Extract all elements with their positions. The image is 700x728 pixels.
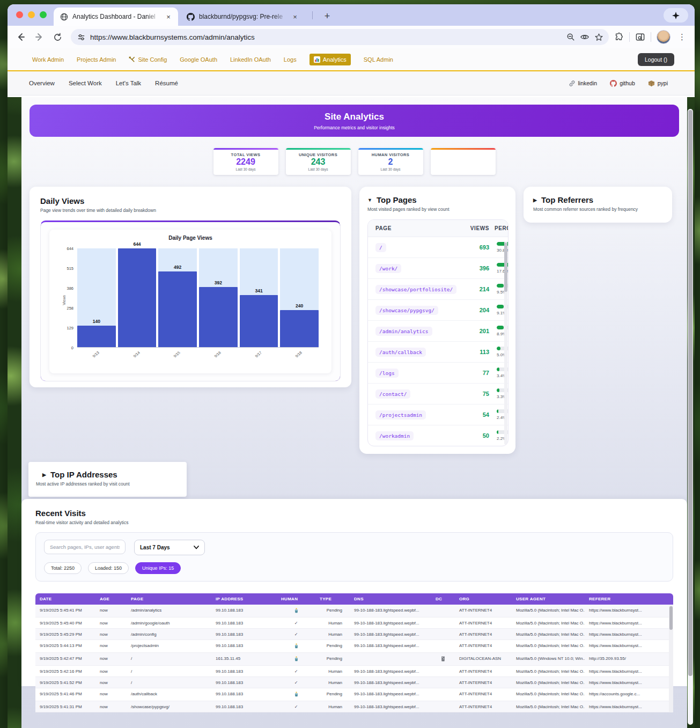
browser-menu-icon[interactable]: ⋮ [676,32,688,42]
visit-user-agent: Mozilla/5.0 (Macintosh; Intel Mac O... [512,629,585,639]
chart-bar[interactable] [280,310,319,347]
admin-nav-item-projects-admin[interactable]: Projects Admin [77,56,116,63]
site-nav-item-r-sum-[interactable]: Résumé [155,80,178,86]
collapse-triangle-icon[interactable]: ▼ [367,197,372,203]
address-bar[interactable]: https://www.blackburnsystems.com/admin/a… [71,29,609,45]
site-nav-item-overview[interactable]: Overview [29,80,55,86]
table-row[interactable]: 9/19/2025 5:41:31 PMnow/showcase/pypgsvg… [35,701,673,712]
page-path[interactable]: /showcase/portfoliosite/ [375,285,456,294]
unique-ips-badge[interactable]: Unique IPs: 15 [135,562,181,574]
visit-date: 9/19/2025 5:41:46 PM [35,688,95,701]
table-row[interactable]: 9/19/2025 5:42:16 PMnow/99.10.188.183✓Hu… [35,666,673,677]
site-nav-item-select-work[interactable]: Select Work [69,80,102,86]
table-row[interactable]: 9/19/2025 5:45:41 PMnow/admin/analytics9… [35,605,673,617]
page-path[interactable]: /auth/callback [375,348,426,357]
admin-nav-item-logs[interactable]: Logs [284,56,297,63]
bookmark-star-icon[interactable] [594,33,603,42]
eye-icon[interactable] [580,32,590,42]
close-window-button[interactable] [16,11,23,18]
table-row[interactable]: /logs773.4% [368,363,508,384]
forward-icon [34,32,44,42]
page-path[interactable]: / [375,243,386,252]
site-nav-item-let-s-talk[interactable]: Let's Talk [116,80,141,86]
views-count: 77 [456,370,495,376]
table-row[interactable]: /work/39617.6% [368,258,508,279]
page-path[interactable]: /workadmin [375,431,414,440]
visit-ip: 99.10.188.183 [211,640,277,652]
forward-button[interactable] [31,29,47,45]
admin-nav-item-sql-admin[interactable]: SQL Admin [364,56,393,63]
chart-bar[interactable] [199,287,238,347]
table-scrollbar[interactable] [504,241,507,445]
table-row[interactable]: 9/19/2025 5:41:52 PMnow/99.10.188.183✓Hu… [35,677,673,688]
table-row[interactable]: /showcase/pypgsvg/2049.1% [368,300,508,321]
visit-org: ATT-INTERNET4 [455,617,512,628]
logout-button[interactable]: Logout () [638,53,674,66]
page-path[interactable]: /showcase/pypgsvg/ [375,306,438,315]
page-scrollbar[interactable] [688,109,693,725]
zoom-out-icon[interactable] [566,33,575,41]
admin-nav-item-work-admin[interactable]: Work Admin [32,56,64,63]
admin-nav-item-analytics[interactable]: Analytics [310,54,351,65]
page-path[interactable]: /work/ [375,264,401,273]
back-button[interactable] [13,29,29,45]
tab-github-pypgsvg[interactable]: blackburnd/pypgsvg: Pre-rele × [180,8,305,26]
date-range-select[interactable]: Last 7 Days [134,540,205,555]
url-text[interactable]: https://www.blackburnsystems.com/admin/a… [90,33,562,41]
reload-button[interactable] [49,29,65,45]
visit-dc [431,688,455,701]
social-link-linkedin[interactable]: linkedin [569,80,598,87]
expand-triangle-icon[interactable]: ▶ [42,472,46,477]
visit-type: Pending [315,640,350,652]
visit-ip: 99.10.188.183 [211,666,277,676]
table-row[interactable]: /69330.8% [368,237,508,258]
page-path[interactable]: /logs [375,369,399,378]
table-scrollbar[interactable] [669,605,673,712]
visit-dc [431,605,455,617]
table-row[interactable]: /workadmin502.2% [368,425,508,446]
side-panel-icon[interactable] [635,32,645,42]
new-tab-button[interactable]: + [320,9,335,24]
page-path[interactable]: /projectsadmin [375,410,426,420]
social-link-pypi[interactable]: pypi [648,80,668,87]
social-link-github[interactable]: github [610,80,635,87]
chart-bar[interactable] [240,295,278,347]
admin-nav-item-google-oauth[interactable]: Google OAuth [180,56,217,63]
chart-bar[interactable] [118,248,157,347]
extensions-icon[interactable] [614,32,624,42]
table-row[interactable]: 9/19/2025 5:42:47 PMnow/161.35.11.45Pend… [35,653,673,666]
table-row[interactable]: /auth/callback1135.0% [368,342,508,363]
table-row[interactable]: /admin/analytics2018.9% [368,321,508,342]
chart-column: 2409/18 [280,248,319,347]
section-title: Top Pages [377,195,417,204]
table-row[interactable]: /showcase/portfoliosite/2149.5% [368,279,508,300]
expand-triangle-icon[interactable]: ▶ [533,197,537,203]
table-row[interactable]: 9/19/2025 5:45:29 PMnow/admin/config99.1… [35,629,673,640]
table-row[interactable]: 9/19/2025 5:44:13 PMnow/projectsadmin99.… [35,640,673,653]
tab-analytics-dashboard[interactable]: Analytics Dashboard - Daniel × [54,8,178,26]
page-path[interactable]: /contact/ [375,389,410,399]
browser-ai-button[interactable] [664,8,688,23]
tab-title: Analytics Dashboard - Daniel [72,13,160,20]
profile-avatar[interactable] [657,30,670,44]
section-subtitle: Most visited pages ranked by view count [367,207,509,212]
table-row[interactable]: /contact/753.3% [368,384,508,405]
social-link-label: pypi [658,80,668,86]
admin-nav-item-site-config[interactable]: Site Config [129,56,167,63]
maximize-window-button[interactable] [40,11,47,18]
admin-nav-item-linkedin-oauth[interactable]: LinkedIn OAuth [230,56,271,63]
visit-user-agent: Mozilla/5.0 (Macintosh; Intel Mac O... [512,701,585,712]
table-row[interactable]: /projectsadmin542.4% [368,405,508,425]
chart-bar[interactable] [77,326,116,347]
table-row[interactable]: 9/19/2025 5:45:40 PMnow/admin/google/oau… [35,617,673,629]
visit-dns: 99-10-188-183.lightspeed.wepbf... [350,666,431,676]
table-row[interactable]: 9/19/2025 5:41:46 PMnow/auth/callback99.… [35,688,673,701]
chart-bar[interactable] [158,271,197,347]
pending-icon [294,643,299,649]
tab-close-icon[interactable]: × [164,13,173,21]
minimize-window-button[interactable] [28,11,35,18]
tab-close-icon[interactable]: × [291,13,299,21]
browser-window: Analytics Dashboard - Daniel × blackburn… [8,4,695,728]
search-input[interactable] [44,540,126,554]
page-path[interactable]: /admin/analytics [375,327,432,336]
